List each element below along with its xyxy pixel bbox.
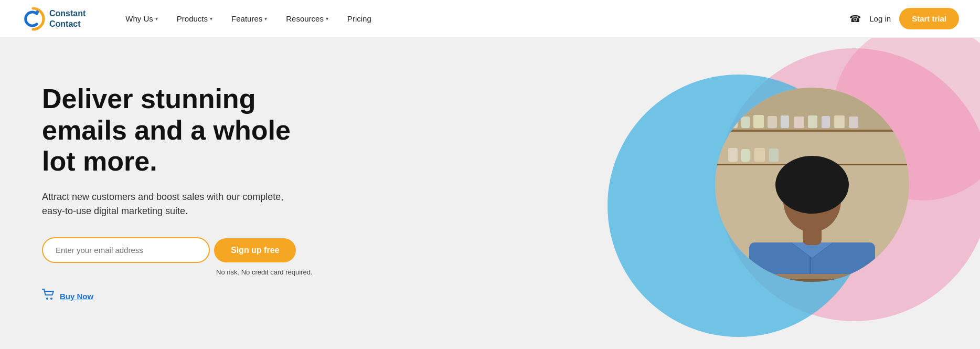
svg-rect-18	[794, 117, 804, 128]
brand-name: Constant Contact	[49, 8, 86, 28]
svg-point-1	[36, 10, 39, 14]
svg-point-3	[50, 298, 52, 300]
nav-item-features[interactable]: Features ▾	[223, 10, 275, 27]
signup-button[interactable]: Sign up free	[214, 238, 296, 262]
svg-rect-16	[768, 116, 777, 128]
nav-right: ☎ Log in Start trial	[849, 8, 959, 29]
svg-rect-25	[754, 148, 765, 162]
no-risk-text: No risk. No credit card required.	[216, 268, 315, 276]
logo-link[interactable]: Constant Contact	[21, 7, 86, 31]
svg-point-2	[46, 298, 48, 300]
hero-section: Deliver stunning emails and a whole lot …	[0, 38, 980, 349]
svg-rect-14	[741, 117, 750, 128]
hero-content: Deliver stunning emails and a whole lot …	[0, 52, 357, 335]
nav-item-resources[interactable]: Resources ▾	[278, 10, 337, 27]
chevron-down-icon: ▾	[264, 16, 267, 22]
svg-rect-22	[849, 117, 858, 128]
chevron-down-icon: ▾	[210, 16, 212, 22]
cart-icon	[42, 289, 56, 303]
svg-rect-17	[781, 115, 789, 128]
svg-rect-23	[728, 148, 738, 162]
phone-icon[interactable]: ☎	[849, 13, 861, 25]
svg-rect-26	[769, 149, 779, 162]
hero-subheadline: Attract new customers and boost sales wi…	[42, 190, 294, 218]
nav-links: Why Us ▾ Products ▾ Features ▾ Resources…	[117, 10, 849, 27]
svg-point-42	[802, 163, 823, 184]
navigation: Constant Contact Why Us ▾ Products ▾ Fea…	[0, 0, 980, 38]
nav-item-pricing[interactable]: Pricing	[339, 10, 380, 27]
svg-rect-20	[822, 116, 830, 128]
email-form: Sign up free	[42, 237, 315, 263]
svg-rect-15	[753, 115, 764, 128]
login-link[interactable]: Log in	[869, 14, 891, 23]
buy-now-wrap: Buy Now	[42, 289, 315, 303]
email-input[interactable]	[42, 237, 210, 263]
svg-rect-19	[808, 115, 817, 128]
svg-rect-21	[834, 115, 845, 128]
nav-item-why-us[interactable]: Why Us ▾	[117, 10, 166, 27]
hero-headline: Deliver stunning emails and a whole lot …	[42, 83, 315, 177]
start-trial-button[interactable]: Start trial	[899, 8, 959, 29]
hero-visual	[508, 38, 980, 349]
svg-rect-11	[715, 130, 909, 132]
svg-rect-24	[741, 149, 750, 162]
chevron-down-icon: ▾	[155, 16, 158, 22]
nav-item-products[interactable]: Products ▾	[168, 10, 221, 27]
chevron-down-icon: ▾	[326, 16, 328, 22]
buy-now-link[interactable]: Buy Now	[60, 292, 93, 301]
